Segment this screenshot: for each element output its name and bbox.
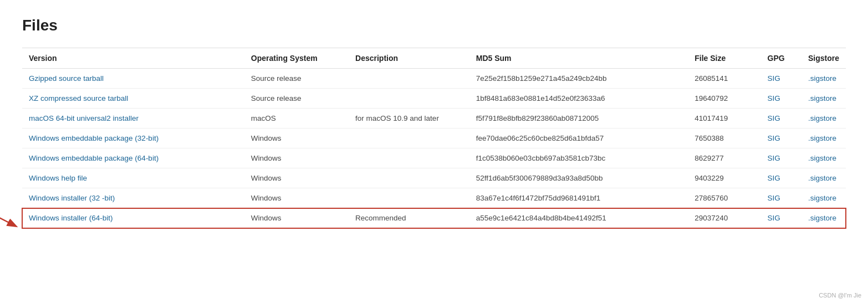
- sigstore-cell: .sigstore: [801, 148, 846, 168]
- table-row: Windows installer (64-bit)WindowsRecomme…: [22, 208, 846, 228]
- col-header-md5: MD5 Sum: [469, 48, 688, 69]
- page-title: Files: [22, 17, 846, 34]
- gpg-link[interactable]: SIG: [768, 174, 780, 182]
- table-header-row: Version Operating System Description MD5…: [22, 48, 846, 69]
- sigstore-cell: .sigstore: [801, 69, 846, 89]
- gpg-link[interactable]: SIG: [768, 134, 780, 142]
- sigstore-cell: .sigstore: [801, 89, 846, 109]
- version-link[interactable]: Windows embeddable package (32-bit): [29, 134, 159, 142]
- files-table: Version Operating System Description MD5…: [22, 48, 846, 228]
- version-link[interactable]: Gzipped source tarball: [29, 74, 104, 83]
- version-link[interactable]: XZ compressed source tarball: [29, 94, 128, 102]
- gpg-cell: SIG: [761, 188, 801, 208]
- filesize-cell: 27865760: [688, 188, 760, 208]
- gpg-link[interactable]: SIG: [768, 214, 780, 222]
- version-link[interactable]: Windows installer (32 -bit): [29, 194, 115, 202]
- description-cell: [349, 168, 469, 188]
- table-row: XZ compressed source tarballSource relea…: [22, 89, 846, 109]
- version-cell: Gzipped source tarball: [22, 69, 244, 89]
- sigstore-cell: .sigstore: [801, 208, 846, 228]
- md5-cell: 52ff1d6ab5f300679889d3a93a8d50bb: [469, 168, 688, 188]
- sigstore-cell: .sigstore: [801, 129, 846, 148]
- os-cell: Source release: [244, 69, 349, 89]
- filesize-cell: 7650388: [688, 129, 760, 148]
- col-header-description: Description: [349, 48, 469, 69]
- description-cell: for macOS 10.9 and later: [349, 109, 469, 129]
- gpg-cell: SIG: [761, 168, 801, 188]
- gpg-cell: SIG: [761, 129, 801, 148]
- sigstore-link[interactable]: .sigstore: [808, 174, 836, 182]
- gpg-link[interactable]: SIG: [768, 194, 780, 202]
- os-cell: macOS: [244, 109, 349, 129]
- description-cell: [349, 69, 469, 89]
- table-row: Windows installer (32 -bit)Windows83a67e…: [22, 188, 846, 208]
- md5-cell: f5f791f8e8bfb829f23860ab08712005: [469, 109, 688, 129]
- md5-cell: a55e9c1e6421c84a4bd8b4be41492f51: [469, 208, 688, 228]
- svg-line-1: [0, 215, 16, 226]
- col-header-filesize: File Size: [688, 48, 760, 69]
- version-link[interactable]: Windows embeddable package (64-bit): [29, 154, 159, 162]
- filesize-cell: 41017419: [688, 109, 760, 129]
- sigstore-cell: .sigstore: [801, 168, 846, 188]
- sigstore-cell: .sigstore: [801, 188, 846, 208]
- sigstore-link[interactable]: .sigstore: [808, 114, 836, 122]
- col-header-gpg: GPG: [761, 48, 801, 69]
- os-cell: Windows: [244, 208, 349, 228]
- description-cell: Recommended: [349, 208, 469, 228]
- sigstore-link[interactable]: .sigstore: [808, 154, 836, 162]
- os-cell: Windows: [244, 188, 349, 208]
- description-cell: [349, 148, 469, 168]
- md5-cell: 83a67e1c4f6f1472bf75dd9681491bf1: [469, 188, 688, 208]
- sigstore-link[interactable]: .sigstore: [808, 214, 836, 222]
- version-cell: Windows help file: [22, 168, 244, 188]
- gpg-cell: SIG: [761, 148, 801, 168]
- gpg-link[interactable]: SIG: [768, 94, 780, 102]
- table-row: Gzipped source tarballSource release7e25…: [22, 69, 846, 89]
- filesize-cell: 9403229: [688, 168, 760, 188]
- md5-cell: 7e25e2f158b1259e271a45a249cb24bb: [469, 69, 688, 89]
- version-cell: Windows embeddable package (64-bit): [22, 148, 244, 168]
- filesize-cell: 19640792: [688, 89, 760, 109]
- gpg-cell: SIG: [761, 208, 801, 228]
- version-link[interactable]: Windows installer (64-bit): [29, 214, 113, 222]
- version-link[interactable]: macOS 64-bit universal2 installer: [29, 114, 139, 122]
- version-cell: Windows installer (32 -bit): [22, 188, 244, 208]
- sigstore-cell: .sigstore: [801, 109, 846, 129]
- version-cell: Windows embeddable package (32-bit): [22, 129, 244, 148]
- os-cell: Windows: [244, 148, 349, 168]
- gpg-link[interactable]: SIG: [768, 114, 780, 122]
- sigstore-link[interactable]: .sigstore: [808, 74, 836, 83]
- col-header-os: Operating System: [244, 48, 349, 69]
- gpg-cell: SIG: [761, 89, 801, 109]
- version-cell: macOS 64-bit universal2 installer: [22, 109, 244, 129]
- gpg-link[interactable]: SIG: [768, 74, 780, 83]
- table-row: Windows embeddable package (64-bit)Windo…: [22, 148, 846, 168]
- sigstore-link[interactable]: .sigstore: [808, 94, 836, 102]
- filesize-cell: 26085141: [688, 69, 760, 89]
- md5-cell: 1bf8481a683e0881e14d52e0f23633a6: [469, 89, 688, 109]
- description-cell: [349, 188, 469, 208]
- table-row: macOS 64-bit universal2 installermacOSfo…: [22, 109, 846, 129]
- table-row: Windows help fileWindows52ff1d6ab5f30067…: [22, 168, 846, 188]
- version-cell: XZ compressed source tarball: [22, 89, 244, 109]
- os-cell: Windows: [244, 129, 349, 148]
- gpg-link[interactable]: SIG: [768, 154, 780, 162]
- sigstore-link[interactable]: .sigstore: [808, 134, 836, 142]
- gpg-cell: SIG: [761, 109, 801, 129]
- md5-cell: f1c0538b060e03cbb697ab3581cb73bc: [469, 148, 688, 168]
- gpg-cell: SIG: [761, 69, 801, 89]
- os-cell: Windows: [244, 168, 349, 188]
- col-header-sigstore: Sigstore: [801, 48, 846, 69]
- os-cell: Source release: [244, 89, 349, 109]
- description-cell: [349, 89, 469, 109]
- md5-cell: fee70dae06c25c60cbe825d6a1bfda57: [469, 129, 688, 148]
- version-cell: Windows installer (64-bit): [22, 208, 244, 228]
- filesize-cell: 29037240: [688, 208, 760, 228]
- version-link[interactable]: Windows help file: [29, 174, 87, 182]
- table-row: Windows embeddable package (32-bit)Windo…: [22, 129, 846, 148]
- description-cell: [349, 129, 469, 148]
- sigstore-link[interactable]: .sigstore: [808, 194, 836, 202]
- filesize-cell: 8629277: [688, 148, 760, 168]
- col-header-version: Version: [22, 48, 244, 69]
